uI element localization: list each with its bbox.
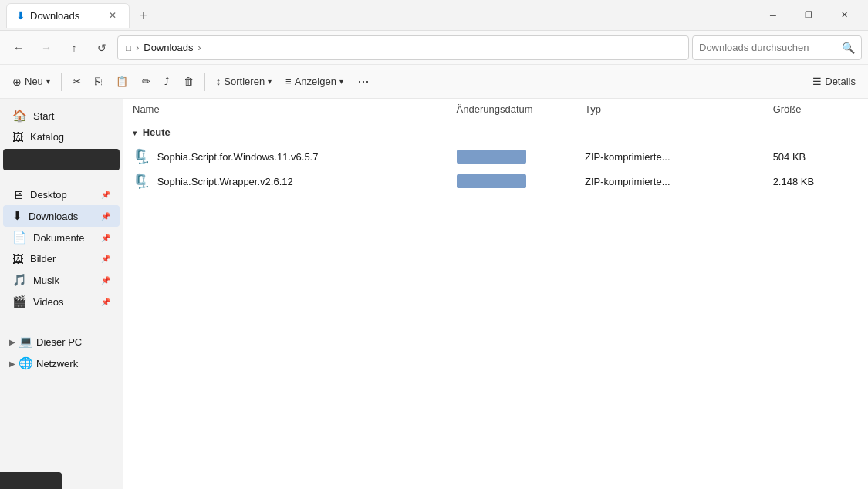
details-button[interactable]: ☰ Details [806, 69, 862, 94]
tab-area: ⬇ Downloads ✕ + [6, 3, 755, 28]
start-icon: 🏠 [12, 109, 27, 123]
col-header-size[interactable]: Größe [764, 99, 868, 120]
delete-icon: 🗑 [184, 76, 194, 87]
new-chevron-icon: ▾ [46, 77, 50, 86]
file1-name: Sophia.Script.for.Windows.11.v6.5.7 [157, 151, 319, 163]
new-button[interactable]: ⊕ Neu ▾ [6, 69, 56, 94]
details-label: Details [825, 76, 856, 87]
forward-button[interactable]: → [34, 35, 59, 60]
gruppe-heute-label: Heute [143, 126, 171, 138]
tab-close-button[interactable]: ✕ [106, 8, 120, 22]
sidebar-label-desktop: Desktop [30, 189, 95, 201]
sidebar-label-videos: Videos [33, 296, 95, 308]
content-area: Name Änderungsdatum Typ Größe ▾ Heute 🗜️ [123, 99, 868, 489]
table-row[interactable]: 🗜️ Sophia.Script.for.Windows.11.v6.5.7 Z… [123, 144, 868, 169]
sidebar-bottom-bar [0, 472, 62, 489]
sidebar-label-musik: Musik [33, 275, 95, 286]
cut-icon: ✂ [73, 76, 81, 87]
videos-icon: 🎬 [12, 295, 27, 309]
sidebar-item-videos[interactable]: 🎬 Videos 📌 [3, 291, 120, 312]
col-header-type[interactable]: Typ [576, 99, 764, 120]
minimize-button[interactable]: ─ [755, 3, 791, 28]
up-button[interactable]: ↑ [62, 35, 86, 60]
file2-name: Sophia.Script.Wrapper.v2.6.12 [157, 176, 293, 187]
desktop-pin-icon: 📌 [101, 191, 110, 199]
file1-date-bar [457, 150, 526, 164]
address-path: Downloads [144, 42, 193, 53]
paste-icon: 📋 [116, 76, 128, 87]
refresh-button[interactable]: ↺ [90, 35, 114, 60]
new-icon: ⊕ [12, 76, 22, 88]
toolbar-separator-2 [204, 73, 205, 91]
address-view-icon: □ [126, 42, 131, 53]
dokumente-icon: 📄 [12, 231, 27, 244]
file2-type-cell: ZIP-komprimierte... [576, 169, 764, 194]
cut-button[interactable]: ✂ [66, 69, 87, 94]
file1-type-cell: ZIP-komprimierte... [576, 144, 764, 169]
downloads-pin-icon: 📌 [101, 212, 110, 221]
sidebar-label-dieser-pc: Dieser PC [36, 336, 82, 348]
sidebar-item-bilder[interactable]: 🖼 Bilder 📌 [3, 248, 120, 269]
file2-name-cell: 🗜️ Sophia.Script.Wrapper.v2.6.12 [123, 169, 448, 194]
bilder-pin-icon: 📌 [101, 255, 110, 263]
restore-button[interactable]: ❐ [791, 3, 826, 28]
rename-icon: ✏ [142, 76, 150, 87]
netzwerk-arrow-icon: ▶ [9, 359, 15, 368]
musik-pin-icon: 📌 [101, 276, 110, 285]
sidebar-label-start: Start [33, 110, 110, 122]
sort-chevron-icon: ▾ [268, 77, 272, 86]
search-icon: 🔍 [842, 42, 855, 54]
bilder-icon: 🖼 [12, 252, 24, 265]
sidebar-group-netzwerk[interactable]: ▶ 🌐 Netzwerk [3, 352, 120, 374]
sidebar-selected-item [3, 149, 120, 170]
sort-icon: ↕ [216, 76, 221, 87]
tab-download-icon: ⬇ [16, 9, 25, 22]
rename-button[interactable]: ✏ [136, 69, 157, 94]
view-button[interactable]: ≡ Anzeigen ▾ [279, 69, 350, 94]
view-icon: ≡ [285, 76, 292, 87]
sidebar-item-musik[interactable]: 🎵 Musik 📌 [3, 269, 120, 291]
sidebar-group-dieser-pc[interactable]: ▶ 💻 Dieser PC [3, 331, 120, 352]
sidebar-item-katalog[interactable]: 🖼 Katalog [3, 126, 120, 147]
file1-size-cell: 504 KB [764, 144, 868, 169]
copy-button[interactable]: ⎘ [89, 69, 108, 94]
copy-icon: ⎘ [95, 75, 102, 88]
search-bar[interactable]: 🔍 [692, 35, 862, 60]
more-button[interactable]: ··· [351, 69, 376, 94]
search-input[interactable] [699, 42, 837, 53]
new-tab-button[interactable]: + [133, 5, 154, 26]
col-header-name[interactable]: Name [123, 99, 448, 120]
sidebar-label-bilder: Bilder [30, 253, 95, 265]
sidebar-item-start[interactable]: 🏠 Start [3, 105, 120, 126]
share-button[interactable]: ⤴ [158, 69, 176, 94]
videos-pin-icon: 📌 [101, 298, 110, 306]
file2-size-cell: 2.148 KB [764, 169, 868, 194]
address-sep2: › [198, 42, 201, 53]
musik-icon: 🎵 [12, 273, 27, 287]
sidebar-label-netzwerk: Netzwerk [36, 358, 78, 369]
navbar: ← → ↑ ↺ □ › Downloads › 🔍 [0, 31, 868, 65]
desktop-icon: 🖥 [12, 188, 24, 201]
sidebar-item-dokumente[interactable]: 📄 Dokumente 📌 [3, 227, 120, 248]
katalog-icon: 🖼 [12, 130, 24, 143]
sidebar-item-desktop[interactable]: 🖥 Desktop 📌 [3, 184, 120, 205]
toolbar: ⊕ Neu ▾ ✂ ⎘ 📋 ✏ ⤴ 🗑 ↕ Sortieren ▾ ≡ Anze… [0, 65, 868, 99]
sidebar-spacer-1 [0, 172, 123, 184]
col-header-date[interactable]: Änderungsdatum [448, 99, 576, 120]
gruppe-heute-chevron-icon: ▾ [133, 129, 137, 137]
close-button[interactable]: ✕ [826, 3, 862, 28]
delete-button[interactable]: 🗑 [177, 69, 200, 94]
sort-button[interactable]: ↕ Sortieren ▾ [210, 69, 278, 94]
new-label: Neu [25, 76, 43, 87]
table-row[interactable]: 🗜️ Sophia.Script.Wrapper.v2.6.12 ZIP-kom… [123, 169, 868, 194]
tab-downloads[interactable]: ⬇ Downloads ✕ [6, 3, 130, 28]
sidebar-label-downloads: Downloads [29, 211, 95, 222]
sort-label: Sortieren [224, 76, 265, 87]
address-bar[interactable]: □ › Downloads › [117, 35, 689, 60]
paste-button[interactable]: 📋 [110, 69, 134, 94]
sidebar-item-downloads[interactable]: ⬇ Downloads 📌 [3, 205, 120, 227]
downloads-icon: ⬇ [12, 209, 22, 223]
file1-icon: 🗜️ [133, 149, 150, 164]
file2-icon: 🗜️ [133, 174, 150, 189]
back-button[interactable]: ← [6, 35, 31, 60]
